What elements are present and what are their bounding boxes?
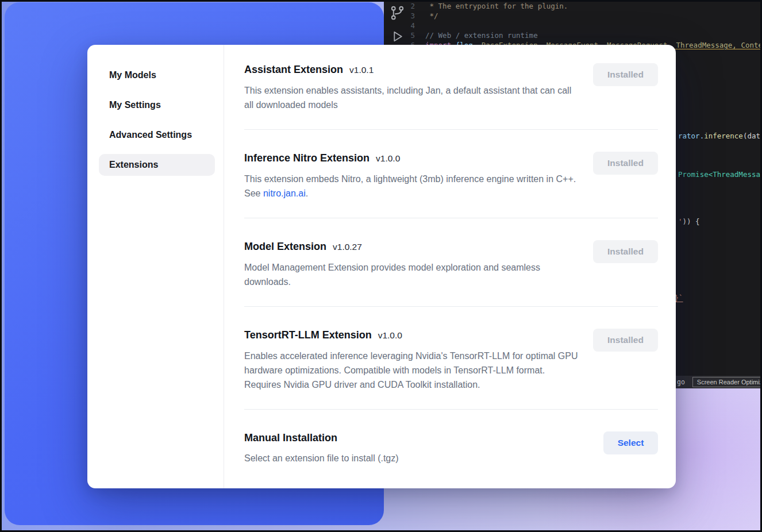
manual-installation-title: Manual Installation xyxy=(244,431,337,444)
extension-title: TensortRT-LLM Extension xyxy=(244,329,372,341)
extension-version: v1.0.1 xyxy=(349,64,374,76)
extension-row: Assistant Extension v1.0.1 This extensio… xyxy=(244,63,658,112)
code-text: * The entrypoint for the plugin. xyxy=(425,1,568,11)
screen-reader-badge[interactable]: Screen Reader Optimized xyxy=(692,377,762,387)
row-divider xyxy=(244,306,658,307)
extension-row: Model Extension v1.0.27 Model Management… xyxy=(244,240,658,289)
extensions-panel: Assistant Extension v1.0.1 This extensio… xyxy=(224,45,676,488)
description-text: . xyxy=(306,188,308,198)
sidebar-item-extensions[interactable]: Extensions xyxy=(99,154,215,176)
code-fragment: ')) { xyxy=(678,217,700,226)
extension-description: This extension embeds Nitro, a lightweig… xyxy=(244,172,580,201)
extension-title: Inference Nitro Extension xyxy=(244,152,370,164)
code-line: 2 * The entrypoint for the plugin. xyxy=(384,1,762,11)
extension-header: Model Extension v1.0.27 xyxy=(244,240,580,253)
extension-header: Assistant Extension v1.0.1 xyxy=(244,63,580,76)
line-number: 5 xyxy=(384,30,425,40)
sidebar-item-advanced-settings[interactable]: Advanced Settings xyxy=(99,124,215,146)
code-fragment: rator.inference(data)); xyxy=(678,132,762,140)
manual-installation-row: Manual Installation Select an extension … xyxy=(244,431,658,465)
extension-info: Manual Installation Select an extension … xyxy=(244,431,399,465)
code-lines: 2 * The entrypoint for the plugin. 3 */ … xyxy=(384,1,762,50)
extension-info: Model Extension v1.0.27 Model Management… xyxy=(244,240,580,289)
code-line: 5 // Web / extension runtime xyxy=(384,30,762,40)
installed-button[interactable]: Installed xyxy=(593,63,658,86)
code-line: 4 xyxy=(384,21,762,30)
extension-row: TensortRT-LLM Extension v1.0.0 Enables a… xyxy=(244,329,658,392)
line-number: 2 xyxy=(384,1,425,11)
code-text: */ xyxy=(425,11,438,21)
sidebar-item-my-models[interactable]: My Models xyxy=(99,64,215,86)
code-text: // Web / extension runtime xyxy=(425,30,538,40)
extension-row: Inference Nitro Extension v1.0.0 This ex… xyxy=(244,152,658,201)
select-file-button[interactable]: Select xyxy=(603,431,658,454)
row-divider xyxy=(244,129,658,130)
extension-header: Manual Installation xyxy=(244,431,399,444)
extension-header: TensortRT-LLM Extension v1.0.0 xyxy=(244,329,580,342)
extension-info: TensortRT-LLM Extension v1.0.0 Enables a… xyxy=(244,329,580,392)
settings-sidebar: My Models My Settings Advanced Settings … xyxy=(87,45,224,488)
code-fragment: Promise<ThreadMessage> xyxy=(678,170,762,179)
extension-title: Assistant Extension xyxy=(244,63,343,76)
extension-title: Model Extension xyxy=(244,240,326,253)
installed-button[interactable]: Installed xyxy=(593,152,658,175)
extension-version: v1.0.0 xyxy=(378,329,402,342)
extension-version: v1.0.0 xyxy=(376,152,400,165)
line-number: 4 xyxy=(384,21,425,30)
row-divider xyxy=(244,218,658,218)
code-line: 3 */ xyxy=(384,11,762,21)
extension-description: This extension enables assistants, inclu… xyxy=(244,83,580,112)
extension-description: Enables accelerated inference leveraging… xyxy=(244,349,580,392)
extension-description: Model Management Extension provides mode… xyxy=(244,260,580,289)
status-language-text: go xyxy=(677,378,685,386)
settings-modal: My Models My Settings Advanced Settings … xyxy=(87,45,676,488)
extension-info: Assistant Extension v1.0.1 This extensio… xyxy=(244,63,580,112)
nitro-jan-ai-link[interactable]: nitro.jan.ai xyxy=(263,188,306,198)
installed-button[interactable]: Installed xyxy=(593,329,658,352)
row-divider xyxy=(244,409,658,410)
extension-info: Inference Nitro Extension v1.0.0 This ex… xyxy=(244,152,580,201)
extension-version: v1.0.27 xyxy=(333,241,362,253)
manual-installation-description: Select an extension file to install (.tg… xyxy=(244,451,399,465)
sidebar-item-my-settings[interactable]: My Settings xyxy=(99,94,215,116)
extension-header: Inference Nitro Extension v1.0.0 xyxy=(244,152,580,165)
installed-button[interactable]: Installed xyxy=(593,240,658,263)
line-number: 3 xyxy=(384,11,425,21)
